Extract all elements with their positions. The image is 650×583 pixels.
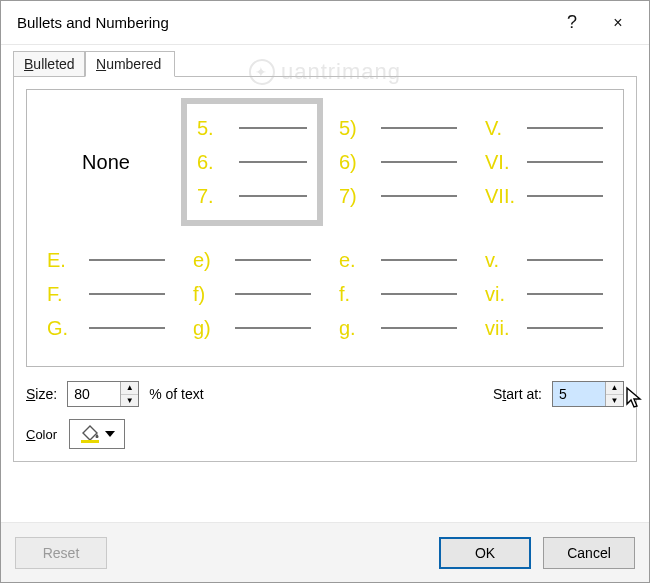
close-button[interactable]: × bbox=[595, 1, 641, 45]
sample-line bbox=[527, 293, 603, 295]
sample-line bbox=[527, 259, 603, 261]
style-sample-row: 5) bbox=[339, 117, 457, 139]
cancel-button[interactable]: Cancel bbox=[543, 537, 635, 569]
size-spinbox[interactable]: ▲ ▼ bbox=[67, 381, 139, 407]
sample-line bbox=[239, 195, 307, 197]
style-sample-row: e) bbox=[193, 249, 311, 271]
sample-number: vi. bbox=[485, 283, 519, 306]
sample-number: 5) bbox=[339, 117, 373, 140]
sample-number: E. bbox=[47, 249, 81, 272]
sample-number: G. bbox=[47, 317, 81, 340]
size-spin-down-icon[interactable]: ▼ bbox=[121, 395, 138, 407]
number-style-none[interactable]: None bbox=[35, 98, 177, 226]
style-sample-row: VII. bbox=[485, 185, 603, 207]
reset-button[interactable]: Reset bbox=[15, 537, 107, 569]
start-at-input[interactable] bbox=[553, 382, 605, 406]
sample-number: 7) bbox=[339, 185, 373, 208]
size-spin-up-icon[interactable]: ▲ bbox=[121, 382, 138, 395]
tab-bulleted[interactable]: Bulleted bbox=[13, 51, 85, 77]
sample-line bbox=[381, 327, 457, 329]
sample-line bbox=[381, 161, 457, 163]
style-sample-row: V. bbox=[485, 117, 603, 139]
sample-number: 6. bbox=[197, 151, 231, 174]
style-sample-row: VI. bbox=[485, 151, 603, 173]
sample-line bbox=[381, 259, 457, 261]
sample-number: f. bbox=[339, 283, 373, 306]
cursor-icon bbox=[625, 386, 645, 410]
sample-number: v. bbox=[485, 249, 519, 272]
size-input[interactable] bbox=[68, 382, 120, 406]
sample-line bbox=[239, 127, 307, 129]
style-sample-row: g. bbox=[339, 317, 457, 339]
sample-number: f) bbox=[193, 283, 227, 306]
tab-numbered[interactable]: Numbered bbox=[85, 51, 175, 77]
number-style-lower_roman[interactable]: v.vi.vii. bbox=[473, 230, 615, 358]
sample-line bbox=[381, 127, 457, 129]
none-label: None bbox=[82, 151, 130, 174]
sample-number: g) bbox=[193, 317, 227, 340]
sample-line bbox=[89, 293, 165, 295]
help-button[interactable]: ? bbox=[549, 1, 595, 45]
sample-line bbox=[527, 127, 603, 129]
sample-number: vii. bbox=[485, 317, 519, 340]
style-sample-row: g) bbox=[193, 317, 311, 339]
chevron-down-icon bbox=[105, 431, 115, 437]
start-at-spin-down-icon[interactable]: ▼ bbox=[606, 395, 623, 407]
number-style-lower_alpha_period[interactable]: e.f.g. bbox=[327, 230, 469, 358]
style-sample-row: f) bbox=[193, 283, 311, 305]
style-sample-row: E. bbox=[47, 249, 165, 271]
style-sample-row: 7. bbox=[197, 185, 307, 207]
number-style-arabic_paren[interactable]: 5)6)7) bbox=[327, 98, 469, 226]
start-at-spin-up-icon[interactable]: ▲ bbox=[606, 382, 623, 395]
ok-button[interactable]: OK bbox=[439, 537, 531, 569]
start-at-spin-buttons[interactable]: ▲ ▼ bbox=[605, 382, 623, 406]
paint-bucket-icon bbox=[79, 424, 101, 444]
style-sample-row: F. bbox=[47, 283, 165, 305]
sample-line bbox=[235, 293, 311, 295]
style-sample-row: vi. bbox=[485, 283, 603, 305]
sample-line bbox=[235, 259, 311, 261]
sample-line bbox=[239, 161, 307, 163]
style-sample-row: vii. bbox=[485, 317, 603, 339]
size-suffix: % of text bbox=[149, 386, 203, 402]
number-style-lower_alpha_paren[interactable]: e)f)g) bbox=[181, 230, 323, 358]
sample-number: VI. bbox=[485, 151, 519, 174]
style-sample-row: 6. bbox=[197, 151, 307, 173]
sample-line bbox=[527, 327, 603, 329]
style-sample-row: e. bbox=[339, 249, 457, 271]
bullets-numbering-dialog: Bullets and Numbering ? × ✦ uantrimang B… bbox=[0, 0, 650, 583]
sample-line bbox=[235, 327, 311, 329]
start-at-spinbox[interactable]: ▲ ▼ bbox=[552, 381, 624, 407]
sample-number: V. bbox=[485, 117, 519, 140]
sample-line bbox=[527, 161, 603, 163]
color-button[interactable] bbox=[69, 419, 125, 449]
number-style-upper_roman[interactable]: V.VI.VII. bbox=[473, 98, 615, 226]
size-label: Size: bbox=[26, 386, 57, 402]
number-style-gallery: None5.6.7.5)6)7)V.VI.VII.E.F.G.e)f)g)e.f… bbox=[26, 89, 624, 367]
color-row: Color bbox=[26, 419, 624, 449]
style-sample-row: 6) bbox=[339, 151, 457, 173]
sample-line bbox=[89, 327, 165, 329]
style-sample-row: f. bbox=[339, 283, 457, 305]
number-style-arabic_period[interactable]: 5.6.7. bbox=[181, 98, 323, 226]
sample-number: VII. bbox=[485, 185, 519, 208]
style-sample-row: v. bbox=[485, 249, 603, 271]
size-spin-buttons[interactable]: ▲ ▼ bbox=[120, 382, 138, 406]
dialog-title: Bullets and Numbering bbox=[17, 14, 549, 31]
tab-strip: Bulleted Numbered bbox=[13, 51, 637, 77]
number-style-upper_alpha[interactable]: E.F.G. bbox=[35, 230, 177, 358]
sample-line bbox=[381, 293, 457, 295]
dialog-button-row: Reset OK Cancel bbox=[1, 522, 649, 582]
style-sample-row: 7) bbox=[339, 185, 457, 207]
sample-line bbox=[89, 259, 165, 261]
sample-number: 5. bbox=[197, 117, 231, 140]
sample-number: 6) bbox=[339, 151, 373, 174]
color-label: Color bbox=[26, 427, 57, 442]
sample-number: 7. bbox=[197, 185, 231, 208]
tab-panel-numbered: None5.6.7.5)6)7)V.VI.VII.E.F.G.e)f)g)e.f… bbox=[13, 76, 637, 462]
start-at-label: Start at: bbox=[493, 386, 542, 402]
sample-number: e) bbox=[193, 249, 227, 272]
style-sample-row: 5. bbox=[197, 117, 307, 139]
sample-line bbox=[381, 195, 457, 197]
size-start-row: Size: ▲ ▼ % of text Start at: ▲ ▼ bbox=[26, 381, 624, 407]
